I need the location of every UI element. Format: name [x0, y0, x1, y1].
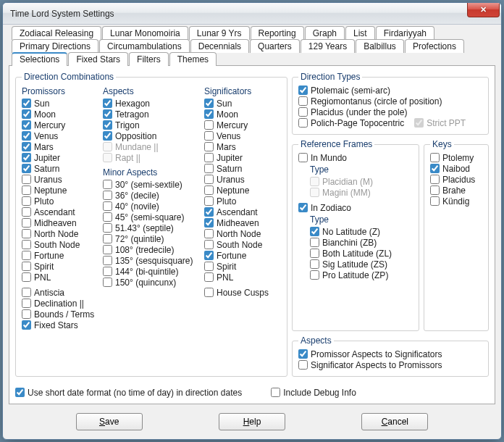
significator-3-checkbox[interactable] [204, 131, 214, 141]
promissor-5[interactable]: Jupiter [22, 152, 98, 163]
significator-6-checkbox[interactable] [204, 164, 214, 173]
minor-aspect-8-checkbox[interactable] [103, 267, 112, 276]
significator-1[interactable]: Moon [204, 109, 281, 120]
aspect-0[interactable]: Hexagon [103, 98, 200, 109]
tab-firdariyyah[interactable]: Firdariyyah [376, 26, 434, 40]
help-button[interactable]: Help [219, 413, 285, 430]
tab-balbillus[interactable]: Balbillus [356, 39, 404, 53]
direction-type-2-checkbox[interactable] [298, 107, 308, 117]
short-date-format[interactable]: Use short date format (no time of day) i… [15, 387, 242, 398]
minor-aspect-3[interactable]: 45° (semi-square) [103, 212, 200, 222]
significator-7[interactable]: Uranus [204, 174, 281, 185]
significator-8[interactable]: Neptune [204, 185, 281, 196]
promissor-8[interactable]: Neptune [22, 185, 98, 196]
in-mundo-checkbox[interactable] [298, 153, 308, 162]
promissor-14[interactable]: Fortune [22, 250, 98, 261]
key-3-checkbox[interactable] [430, 185, 440, 195]
promissor-13-checkbox[interactable] [22, 240, 31, 249]
promissor-2-checkbox[interactable] [22, 120, 31, 130]
significator-3[interactable]: Venus [204, 130, 281, 141]
significator-2-checkbox[interactable] [204, 120, 214, 130]
significator-6[interactable]: Saturn [204, 163, 281, 174]
significator-11[interactable]: Midheaven [204, 217, 281, 228]
direction-type-0[interactable]: Ptolemaic (semi-arc) [298, 85, 482, 96]
tab-filters[interactable]: Filters [129, 52, 169, 66]
minor-aspect-5[interactable]: 72° (quintile) [103, 233, 200, 244]
minor-aspect-0-checkbox[interactable] [103, 180, 112, 189]
promissor-extra-0-checkbox[interactable] [22, 288, 31, 297]
promissor-4[interactable]: Mars [22, 141, 98, 152]
house-cusps[interactable]: House Cusps [204, 287, 281, 298]
minor-aspect-7-checkbox[interactable] [103, 256, 112, 265]
significator-9[interactable]: Pluto [204, 196, 281, 207]
significator-8-checkbox[interactable] [204, 185, 214, 195]
minor-aspect-9[interactable]: 150° (quincunx) [103, 277, 200, 288]
minor-aspect-4[interactable]: 51.43° (septile) [103, 222, 200, 233]
promissor-15-checkbox[interactable] [22, 262, 31, 271]
promissor-3[interactable]: Venus [22, 130, 98, 141]
aspect-dir-0-checkbox[interactable] [298, 349, 308, 359]
key-2-checkbox[interactable] [430, 175, 440, 184]
aspect-1[interactable]: Tetragon [103, 109, 200, 120]
close-button[interactable]: ✕ [467, 3, 500, 17]
significator-10-checkbox[interactable] [204, 207, 214, 217]
key-1[interactable]: Naibod [430, 163, 482, 174]
promissor-12-checkbox[interactable] [22, 229, 31, 238]
tab-lunar-9-yrs[interactable]: Lunar 9 Yrs [189, 26, 250, 40]
key-3[interactable]: Brahe [430, 185, 482, 196]
significator-4[interactable]: Mars [204, 141, 281, 152]
direction-type-2[interactable]: Placidus (under the pole) [298, 107, 482, 117]
minor-aspect-7[interactable]: 135° (sesquisquare) [103, 255, 200, 266]
minor-aspect-3-checkbox[interactable] [103, 212, 112, 222]
tab-primary-directions[interactable]: Primary Directions [12, 39, 98, 53]
tab-decennials[interactable]: Decennials [190, 39, 249, 53]
promissor-extra-2-checkbox[interactable] [22, 309, 31, 319]
promissor-extra-2[interactable]: Bounds / Terms [22, 309, 98, 320]
tab-list[interactable]: List [345, 26, 375, 40]
direction-type-3[interactable]: Polich-Page Topocentric [298, 117, 404, 128]
zod-type-4[interactable]: Pro Latitude (ZP) [310, 270, 413, 280]
promissor-7[interactable]: Uranus [22, 174, 98, 185]
significator-16-checkbox[interactable] [204, 272, 214, 282]
zod-type-1[interactable]: Bianchini (ZB) [310, 237, 413, 248]
cancel-button[interactable]: Cancel [361, 413, 428, 430]
direction-type-0-checkbox[interactable] [298, 86, 308, 95]
promissor-9[interactable]: Pluto [22, 196, 98, 207]
key-0[interactable]: Ptolemy [430, 152, 482, 163]
minor-aspect-0[interactable]: 30° (semi-sextile) [103, 179, 200, 190]
promissor-1-checkbox[interactable] [22, 109, 31, 119]
aspect-2-checkbox[interactable] [103, 120, 112, 130]
significator-15[interactable]: Spirit [204, 261, 281, 272]
minor-aspect-5-checkbox[interactable] [103, 234, 112, 243]
promissor-7-checkbox[interactable] [22, 175, 31, 184]
significator-4-checkbox[interactable] [204, 142, 214, 151]
promissor-9-checkbox[interactable] [22, 196, 31, 206]
aspect-2[interactable]: Trigon [103, 120, 200, 130]
minor-aspect-6[interactable]: 108° (tredecile) [103, 244, 200, 255]
significator-13[interactable]: South Node [204, 239, 281, 250]
promissor-0[interactable]: Sun [22, 98, 98, 109]
short-date-format-checkbox[interactable] [15, 388, 25, 397]
significator-13-checkbox[interactable] [204, 240, 214, 249]
minor-aspect-9-checkbox[interactable] [103, 278, 112, 287]
promissor-0-checkbox[interactable] [22, 99, 31, 108]
promissor-extra-1-checkbox[interactable] [22, 299, 31, 308]
zod-type-3[interactable]: Sig Latitude (ZS) [310, 259, 413, 270]
significator-5-checkbox[interactable] [204, 153, 214, 162]
aspect-3[interactable]: Opposition [103, 130, 200, 141]
minor-aspect-1[interactable]: 36° (decile) [103, 190, 200, 201]
zod-type-0-checkbox[interactable] [310, 227, 319, 236]
significator-10[interactable]: Ascendant [204, 207, 281, 217]
minor-aspect-1-checkbox[interactable] [103, 191, 112, 200]
aspect-3-checkbox[interactable] [103, 131, 112, 141]
direction-type-1-checkbox[interactable] [298, 96, 308, 106]
promissor-14-checkbox[interactable] [22, 251, 31, 260]
promissor-extra-3-checkbox[interactable] [22, 320, 31, 330]
house-cusps-checkbox[interactable] [204, 288, 214, 297]
in-zodiaco[interactable]: In Zodiaco [298, 202, 413, 213]
promissor-6[interactable]: Saturn [22, 163, 98, 174]
promissor-extra-1[interactable]: Declination || [22, 298, 98, 309]
key-1-checkbox[interactable] [430, 164, 440, 173]
zod-type-2-checkbox[interactable] [310, 249, 319, 258]
direction-type-3-checkbox[interactable] [298, 118, 308, 128]
